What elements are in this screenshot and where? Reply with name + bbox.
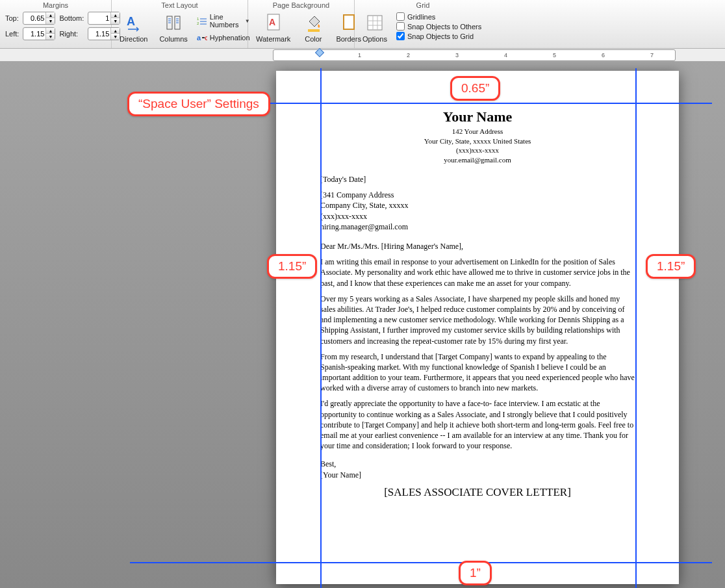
salutation: Dear Mr./Ms./Mrs. [Hiring Manager's Name… xyxy=(320,241,635,251)
callout-left: 1.15” xyxy=(267,254,317,279)
applicant-address2: Your City, State, xxxxx United States xyxy=(320,136,635,146)
applicant-phone: (xxx)xxx-xxxx xyxy=(320,146,635,155)
snap-others-checkbox[interactable]: Snap Objects to Others xyxy=(396,21,481,31)
up-icon[interactable]: ▲ xyxy=(45,12,55,18)
group-page-background: Page Background A Watermark Color Border… xyxy=(248,0,355,48)
up-icon[interactable]: ▲ xyxy=(45,28,55,34)
svg-rect-19 xyxy=(308,29,320,32)
line-comp-email: hiring.manager@gmail.com xyxy=(320,222,635,232)
line-comp-addr: [341 Company Address xyxy=(320,190,635,200)
group-grid: Grid Options Gridlines Snap Objects to O… xyxy=(355,0,491,48)
svg-text:c: c xyxy=(205,34,207,42)
svg-rect-21 xyxy=(368,16,382,30)
group-text-layout: Text Layout A Direction Columns 12 xyxy=(112,0,248,48)
callout-bottom: 1” xyxy=(459,561,492,585)
columns-icon xyxy=(162,12,184,34)
layout-ribbon: Margins Top: ▲▼ Bottom: ▲▼ Left: ▲▼ Rig xyxy=(0,0,725,49)
cover-title: [SALES ASSOCIATE COVER LETTER] xyxy=(320,485,635,500)
document-body[interactable]: Your Name 142 Your Address Your City, St… xyxy=(320,107,635,500)
svg-rect-20 xyxy=(344,15,354,29)
para-1: I am writing this email in response to y… xyxy=(320,257,635,288)
horizontal-ruler[interactable]: 1 2 3 4 5 6 7 xyxy=(273,49,676,61)
watermark-icon: A xyxy=(262,12,285,34)
columns-button[interactable]: Columns xyxy=(157,12,190,43)
line-date: [Today's Date] xyxy=(320,174,635,185)
ruler-bar: 1 2 3 4 5 6 7 xyxy=(0,49,725,62)
label-bottom: Bottom: xyxy=(59,14,84,22)
group-margins: Margins Top: ▲▼ Bottom: ▲▼ Left: ▲▼ Rig xyxy=(0,0,112,48)
direction-button[interactable]: A Direction xyxy=(117,12,150,43)
document-canvas: Your Name 142 Your Address Your City, St… xyxy=(0,62,725,588)
callout-right: 1.15” xyxy=(646,254,696,279)
applicant-name: Your Name xyxy=(320,107,635,127)
label-right: Right: xyxy=(59,30,84,38)
input-right[interactable] xyxy=(88,30,110,38)
line-comp-city: Company City, State, xxxxx xyxy=(320,200,635,211)
hyphenation-button[interactable]: ac Hyphenation xyxy=(197,31,250,44)
group-title-grid: Grid xyxy=(355,1,491,9)
direction-icon: A xyxy=(123,12,145,34)
label-top: Top: xyxy=(5,14,19,22)
svg-text:a: a xyxy=(197,34,201,42)
para-3: From my research, I understand that [Tar… xyxy=(320,352,635,394)
line-comp-phone: (xxx)xxx-xxxx xyxy=(320,211,635,222)
label-left: Left: xyxy=(5,30,19,38)
guide-bottom-margin xyxy=(130,562,712,563)
svg-text:2: 2 xyxy=(197,21,199,25)
para-2: Over my 5 years working as a Sales Assoc… xyxy=(320,294,635,346)
down-icon[interactable]: ▼ xyxy=(45,18,55,24)
paint-bucket-icon xyxy=(302,12,324,34)
callout-top: 0.65” xyxy=(450,76,500,101)
applicant-email: your.email@gmail.com xyxy=(320,155,635,165)
snap-grid-checkbox[interactable]: Snap Objects to Grid xyxy=(396,31,481,41)
group-title-text: Text Layout xyxy=(112,1,248,9)
input-top[interactable] xyxy=(23,14,45,22)
down-icon[interactable]: ▼ xyxy=(45,34,55,40)
page-1[interactable]: Your Name 142 Your Address Your City, St… xyxy=(276,71,679,584)
indent-marker-icon[interactable] xyxy=(315,48,324,57)
spinner-top[interactable]: ▲▼ xyxy=(23,12,55,25)
svg-text:A: A xyxy=(127,15,135,28)
callout-space-user: “Space User” Settings xyxy=(127,92,270,116)
hyphenation-icon: ac xyxy=(197,32,207,43)
para-4: I'd greatly appreciate the opportunity t… xyxy=(320,398,635,451)
color-button[interactable]: Color xyxy=(299,12,327,43)
spinner-left[interactable]: ▲▼ xyxy=(23,27,55,40)
line-numbers-button[interactable]: 12 Line Numbers ▼ xyxy=(197,12,250,30)
signature: [Your Name] xyxy=(320,470,635,480)
grid-icon xyxy=(364,12,386,34)
line-numbers-icon: 12 xyxy=(197,16,207,26)
svg-rect-16 xyxy=(202,37,205,38)
guide-right-margin xyxy=(635,68,637,588)
gridlines-checkbox[interactable]: Gridlines xyxy=(396,12,481,21)
applicant-address1: 142 Your Address xyxy=(320,127,635,136)
group-title-bg: Page Background xyxy=(248,1,354,9)
watermark-button[interactable]: A Watermark xyxy=(253,12,293,43)
input-bottom[interactable] xyxy=(88,14,110,22)
options-button[interactable]: Options xyxy=(360,12,390,43)
svg-text:1: 1 xyxy=(197,17,199,21)
closing: Best, xyxy=(320,459,635,469)
group-title-margins: Margins xyxy=(0,1,111,9)
svg-text:A: A xyxy=(269,17,275,27)
input-left[interactable] xyxy=(23,30,45,38)
guide-left-margin xyxy=(320,68,322,588)
